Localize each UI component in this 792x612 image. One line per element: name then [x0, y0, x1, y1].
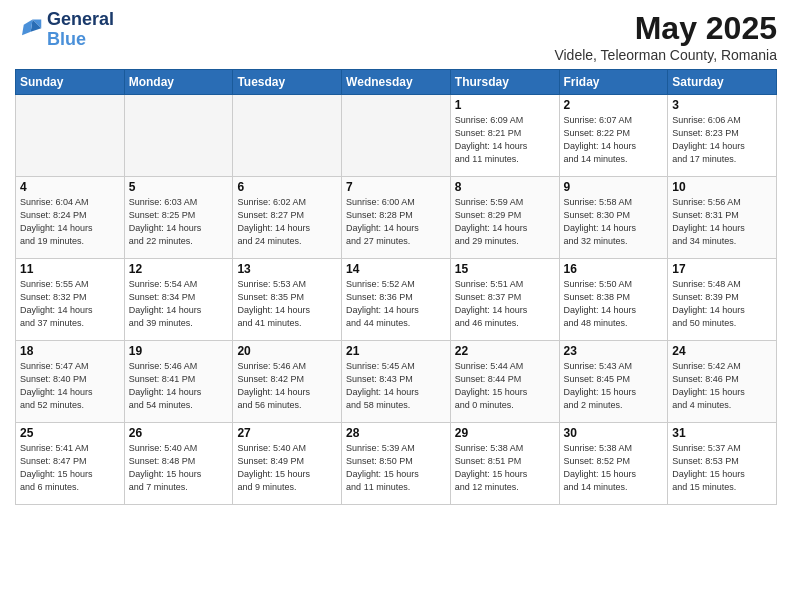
calendar-week-5: 25Sunrise: 5:41 AM Sunset: 8:47 PM Dayli…: [16, 423, 777, 505]
day-number: 23: [564, 344, 664, 358]
day-info: Sunrise: 5:52 AM Sunset: 8:36 PM Dayligh…: [346, 278, 446, 330]
day-info: Sunrise: 5:40 AM Sunset: 8:48 PM Dayligh…: [129, 442, 229, 494]
logo-icon: [15, 16, 43, 44]
calendar-cell: 24Sunrise: 5:42 AM Sunset: 8:46 PM Dayli…: [668, 341, 777, 423]
calendar-cell: 23Sunrise: 5:43 AM Sunset: 8:45 PM Dayli…: [559, 341, 668, 423]
col-tuesday: Tuesday: [233, 70, 342, 95]
day-number: 31: [672, 426, 772, 440]
day-number: 17: [672, 262, 772, 276]
day-info: Sunrise: 6:03 AM Sunset: 8:25 PM Dayligh…: [129, 196, 229, 248]
calendar-cell: 16Sunrise: 5:50 AM Sunset: 8:38 PM Dayli…: [559, 259, 668, 341]
day-number: 28: [346, 426, 446, 440]
day-number: 8: [455, 180, 555, 194]
day-info: Sunrise: 5:43 AM Sunset: 8:45 PM Dayligh…: [564, 360, 664, 412]
logo-line1: General: [47, 10, 114, 30]
day-number: 10: [672, 180, 772, 194]
title-block: May 2025 Videle, Teleorman County, Roman…: [554, 10, 777, 63]
logo-line2: Blue: [47, 30, 114, 50]
day-number: 14: [346, 262, 446, 276]
day-number: 4: [20, 180, 120, 194]
calendar-cell: 11Sunrise: 5:55 AM Sunset: 8:32 PM Dayli…: [16, 259, 125, 341]
day-number: 24: [672, 344, 772, 358]
subtitle: Videle, Teleorman County, Romania: [554, 47, 777, 63]
day-info: Sunrise: 5:54 AM Sunset: 8:34 PM Dayligh…: [129, 278, 229, 330]
calendar-cell: 5Sunrise: 6:03 AM Sunset: 8:25 PM Daylig…: [124, 177, 233, 259]
day-info: Sunrise: 6:06 AM Sunset: 8:23 PM Dayligh…: [672, 114, 772, 166]
calendar: Sunday Monday Tuesday Wednesday Thursday…: [15, 69, 777, 505]
calendar-cell: 22Sunrise: 5:44 AM Sunset: 8:44 PM Dayli…: [450, 341, 559, 423]
col-wednesday: Wednesday: [342, 70, 451, 95]
calendar-cell: 1Sunrise: 6:09 AM Sunset: 8:21 PM Daylig…: [450, 95, 559, 177]
col-sunday: Sunday: [16, 70, 125, 95]
calendar-cell: 14Sunrise: 5:52 AM Sunset: 8:36 PM Dayli…: [342, 259, 451, 341]
day-info: Sunrise: 5:38 AM Sunset: 8:52 PM Dayligh…: [564, 442, 664, 494]
day-info: Sunrise: 5:46 AM Sunset: 8:42 PM Dayligh…: [237, 360, 337, 412]
day-number: 3: [672, 98, 772, 112]
day-number: 25: [20, 426, 120, 440]
day-info: Sunrise: 5:38 AM Sunset: 8:51 PM Dayligh…: [455, 442, 555, 494]
day-info: Sunrise: 5:39 AM Sunset: 8:50 PM Dayligh…: [346, 442, 446, 494]
calendar-cell: 15Sunrise: 5:51 AM Sunset: 8:37 PM Dayli…: [450, 259, 559, 341]
calendar-week-4: 18Sunrise: 5:47 AM Sunset: 8:40 PM Dayli…: [16, 341, 777, 423]
day-info: Sunrise: 5:51 AM Sunset: 8:37 PM Dayligh…: [455, 278, 555, 330]
day-number: 21: [346, 344, 446, 358]
day-info: Sunrise: 5:46 AM Sunset: 8:41 PM Dayligh…: [129, 360, 229, 412]
calendar-cell: 26Sunrise: 5:40 AM Sunset: 8:48 PM Dayli…: [124, 423, 233, 505]
logo: General Blue: [15, 10, 114, 50]
day-info: Sunrise: 5:40 AM Sunset: 8:49 PM Dayligh…: [237, 442, 337, 494]
day-info: Sunrise: 5:48 AM Sunset: 8:39 PM Dayligh…: [672, 278, 772, 330]
calendar-cell: 3Sunrise: 6:06 AM Sunset: 8:23 PM Daylig…: [668, 95, 777, 177]
calendar-cell: 7Sunrise: 6:00 AM Sunset: 8:28 PM Daylig…: [342, 177, 451, 259]
calendar-cell: 10Sunrise: 5:56 AM Sunset: 8:31 PM Dayli…: [668, 177, 777, 259]
calendar-cell: 12Sunrise: 5:54 AM Sunset: 8:34 PM Dayli…: [124, 259, 233, 341]
col-saturday: Saturday: [668, 70, 777, 95]
day-number: 22: [455, 344, 555, 358]
calendar-cell: [16, 95, 125, 177]
day-number: 2: [564, 98, 664, 112]
day-number: 20: [237, 344, 337, 358]
day-info: Sunrise: 6:02 AM Sunset: 8:27 PM Dayligh…: [237, 196, 337, 248]
day-info: Sunrise: 6:09 AM Sunset: 8:21 PM Dayligh…: [455, 114, 555, 166]
day-info: Sunrise: 6:07 AM Sunset: 8:22 PM Dayligh…: [564, 114, 664, 166]
calendar-cell: 18Sunrise: 5:47 AM Sunset: 8:40 PM Dayli…: [16, 341, 125, 423]
col-monday: Monday: [124, 70, 233, 95]
day-number: 6: [237, 180, 337, 194]
day-number: 26: [129, 426, 229, 440]
day-info: Sunrise: 5:42 AM Sunset: 8:46 PM Dayligh…: [672, 360, 772, 412]
day-number: 15: [455, 262, 555, 276]
day-info: Sunrise: 5:58 AM Sunset: 8:30 PM Dayligh…: [564, 196, 664, 248]
calendar-cell: [342, 95, 451, 177]
calendar-week-3: 11Sunrise: 5:55 AM Sunset: 8:32 PM Dayli…: [16, 259, 777, 341]
calendar-cell: 4Sunrise: 6:04 AM Sunset: 8:24 PM Daylig…: [16, 177, 125, 259]
day-number: 16: [564, 262, 664, 276]
calendar-cell: 13Sunrise: 5:53 AM Sunset: 8:35 PM Dayli…: [233, 259, 342, 341]
day-info: Sunrise: 5:50 AM Sunset: 8:38 PM Dayligh…: [564, 278, 664, 330]
page: General Blue May 2025 Videle, Teleorman …: [0, 0, 792, 612]
col-friday: Friday: [559, 70, 668, 95]
day-info: Sunrise: 5:59 AM Sunset: 8:29 PM Dayligh…: [455, 196, 555, 248]
day-info: Sunrise: 5:44 AM Sunset: 8:44 PM Dayligh…: [455, 360, 555, 412]
day-info: Sunrise: 5:45 AM Sunset: 8:43 PM Dayligh…: [346, 360, 446, 412]
day-info: Sunrise: 5:47 AM Sunset: 8:40 PM Dayligh…: [20, 360, 120, 412]
day-number: 9: [564, 180, 664, 194]
day-info: Sunrise: 5:55 AM Sunset: 8:32 PM Dayligh…: [20, 278, 120, 330]
day-info: Sunrise: 6:00 AM Sunset: 8:28 PM Dayligh…: [346, 196, 446, 248]
calendar-header-row: Sunday Monday Tuesday Wednesday Thursday…: [16, 70, 777, 95]
day-info: Sunrise: 5:37 AM Sunset: 8:53 PM Dayligh…: [672, 442, 772, 494]
calendar-week-2: 4Sunrise: 6:04 AM Sunset: 8:24 PM Daylig…: [16, 177, 777, 259]
header: General Blue May 2025 Videle, Teleorman …: [15, 10, 777, 63]
calendar-week-1: 1Sunrise: 6:09 AM Sunset: 8:21 PM Daylig…: [16, 95, 777, 177]
day-number: 11: [20, 262, 120, 276]
calendar-cell: 20Sunrise: 5:46 AM Sunset: 8:42 PM Dayli…: [233, 341, 342, 423]
day-number: 13: [237, 262, 337, 276]
calendar-cell: [124, 95, 233, 177]
calendar-cell: 8Sunrise: 5:59 AM Sunset: 8:29 PM Daylig…: [450, 177, 559, 259]
day-number: 18: [20, 344, 120, 358]
main-title: May 2025: [554, 10, 777, 47]
calendar-cell: 19Sunrise: 5:46 AM Sunset: 8:41 PM Dayli…: [124, 341, 233, 423]
calendar-cell: [233, 95, 342, 177]
calendar-cell: 30Sunrise: 5:38 AM Sunset: 8:52 PM Dayli…: [559, 423, 668, 505]
calendar-cell: 6Sunrise: 6:02 AM Sunset: 8:27 PM Daylig…: [233, 177, 342, 259]
day-number: 5: [129, 180, 229, 194]
day-number: 1: [455, 98, 555, 112]
